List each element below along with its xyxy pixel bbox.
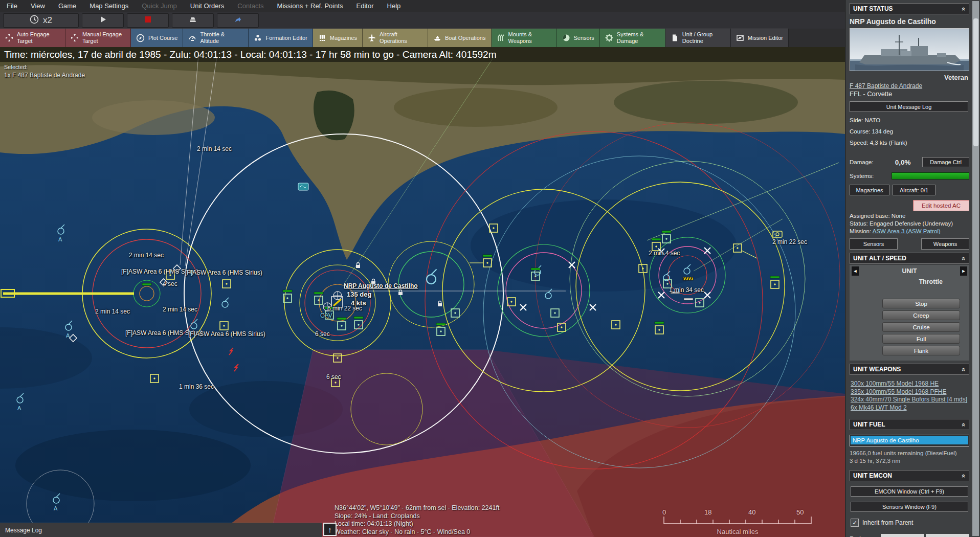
menu-game[interactable]: Game	[52, 0, 83, 12]
time-compression-button[interactable]: x2	[3, 13, 79, 28]
weapon-link[interactable]: 300x 100mm/55 Model 1968 HE	[851, 380, 968, 388]
play-icon	[99, 15, 107, 26]
collapse-chevron-icon[interactable]: «	[960, 7, 968, 10]
boat-operations-button[interactable]: Boat Operations	[428, 29, 492, 47]
edit-hosted-ac-button[interactable]: Edit hosted AC	[913, 200, 969, 211]
unit-group-doctrine-button[interactable]: Unit / Group Doctrine	[665, 29, 731, 47]
menu-editor[interactable]: Editor	[350, 0, 381, 12]
collapse-chevron-icon[interactable]: «	[960, 367, 968, 371]
throttle-creep-button[interactable]: Creep	[882, 310, 960, 320]
unit-status-header[interactable]: UNIT STATUS «	[850, 3, 969, 14]
map-label: 2 min 4 sec	[649, 250, 680, 257]
message-log-label: Message Log	[5, 527, 42, 534]
systems-damage-button[interactable]: Systems & Damage	[600, 29, 665, 47]
map-scale-bar: 0 18 40 50 Nautical miles	[662, 508, 813, 535]
mission-link[interactable]: ASW Area 3 (ASW Patrol)	[873, 228, 941, 234]
weapon-link[interactable]: 335x 100mm/55 Model 1968 PFHE	[851, 388, 968, 396]
unit-fuel-header[interactable]: UNIT FUEL «	[850, 419, 969, 430]
sidebar-scrollbar[interactable]	[972, 1, 979, 536]
side-line: Side: NATO	[850, 117, 969, 123]
magazines-button[interactable]: Magazines	[313, 29, 363, 47]
section-title: UNIT EMCON	[853, 472, 892, 479]
unit-alt-speed-header[interactable]: UNIT ALT / SPEED «	[850, 253, 969, 264]
stop-button[interactable]	[127, 13, 169, 28]
menu-view[interactable]: View	[24, 0, 52, 12]
collapse-chevron-icon[interactable]: «	[960, 256, 968, 260]
fuel-selected-unit[interactable]: NRP Augusto de Castilho	[851, 436, 968, 444]
radar-active-button[interactable]: ACTIVE	[881, 534, 924, 537]
weapons-sidebar-button[interactable]: Weapons	[921, 238, 969, 250]
claws-icon	[497, 34, 505, 42]
weapon-link[interactable]: 6x Mk46 LWT Mod 2	[851, 404, 968, 412]
plot-course-button[interactable]: Plot Course	[131, 29, 183, 47]
scale-tick-label: 0	[662, 508, 666, 516]
sphere-icon	[562, 34, 570, 42]
menu-unit-orders[interactable]: Unit Orders	[184, 0, 231, 12]
map-label: 2 min 14 sec	[163, 306, 197, 313]
unit-photo	[850, 28, 969, 71]
menu-map-settings[interactable]: Map Settings	[83, 0, 135, 12]
health-bar	[337, 318, 346, 320]
cursor-position-line: N36°44'02", W5°10'49" - 62nm from sel - …	[335, 504, 499, 512]
damage-label: Damage:	[850, 159, 874, 165]
menu-missions-ref-points[interactable]: Missions + Ref. Points	[271, 0, 350, 12]
fuel-unit-listbox[interactable]: NRP Augusto de Castilho	[850, 435, 969, 446]
map-view-button[interactable]	[172, 13, 214, 28]
selected-label: Selected:	[4, 64, 85, 70]
scrollbar-thumb[interactable]	[973, 18, 978, 146]
ribbon-label: Systems & Damage	[617, 31, 660, 44]
ribbon-label: Throttle & Altitude	[200, 31, 243, 44]
jump-to-unit-button[interactable]	[217, 13, 259, 28]
manual-engage-target-button[interactable]: Manual Engage Target	[65, 29, 131, 47]
magazines-sidebar-button[interactable]: Magazines	[850, 185, 889, 195]
mission-editor-button[interactable]: Mission Editor	[731, 29, 789, 47]
formation-editor-button[interactable]: Formation Editor	[249, 29, 313, 47]
auto-engage-target-button[interactable]: Auto Engage Target	[0, 29, 65, 47]
time-status-bar: Time: miércoles, 17 de abril de 1985 - Z…	[0, 47, 845, 62]
scale-caption: Nautical miles	[662, 528, 813, 535]
throttle-altitude-button[interactable]: Throttle & Altitude	[183, 29, 249, 47]
datum-symbol[interactable]	[333, 292, 342, 300]
throttle-cruise-button[interactable]: Cruise	[882, 322, 960, 332]
assigned-base-line: Assigned base: None	[850, 213, 969, 219]
installation-icon[interactable]	[298, 183, 308, 190]
prev-unit-button[interactable]: ◄	[852, 266, 859, 276]
depleted-bar	[684, 298, 693, 300]
inherit-checkbox-label: Inherit from Parent	[862, 519, 913, 526]
message-log-bar[interactable]: Message Log	[0, 523, 322, 537]
collapse-chevron-icon[interactable]: «	[960, 474, 968, 477]
selected-unit-label[interactable]: NRP Augusto de Castilho	[344, 282, 418, 289]
menu-file[interactable]: File	[0, 0, 24, 12]
scale-tick-label: 40	[748, 508, 755, 516]
aircraft-operations-button[interactable]: Aircraft Operations	[363, 29, 428, 47]
damage-ctrl-button[interactable]: Damage Ctrl	[922, 157, 969, 167]
unit-type: FFL - Corvette	[850, 90, 969, 98]
radar-passive-button[interactable]: PASSIVE	[926, 534, 969, 537]
unit-message-log-button[interactable]: Unit Message Log	[850, 101, 968, 112]
menu-help[interactable]: Help	[381, 0, 408, 12]
weapon-link[interactable]: 324x 40mm/70 Single Bofors Burst [4 mds]	[851, 396, 968, 404]
aircraft-button[interactable]: Aircraft: 0/1	[893, 185, 936, 195]
bullets-icon	[318, 34, 326, 42]
next-unit-button[interactable]: ►	[960, 266, 967, 276]
collapse-chevron-icon[interactable]: «	[960, 422, 968, 426]
ribbon-label: Formation Editor	[265, 35, 307, 41]
sensors-window-button[interactable]: Sensors Window (F9)	[851, 502, 968, 512]
inherit-from-parent-checkbox[interactable]: ✓	[851, 519, 859, 527]
sensors-sidebar-button[interactable]: Sensors	[850, 238, 898, 250]
expand-message-log-button[interactable]: ↑	[323, 523, 337, 536]
sensors-button[interactable]: Sensors	[557, 29, 600, 47]
throttle-stop-button[interactable]: Stop	[882, 299, 960, 308]
unit-class-link[interactable]: F 487 Baptiste de Andrade	[850, 82, 969, 90]
throttle-flank-button[interactable]: Flank	[882, 346, 960, 355]
selected-value: 1x F 487 Baptiste de Andrade	[4, 72, 85, 79]
selection-readout: Selected: 1x F 487 Baptiste de Andrade	[4, 64, 85, 79]
unit-weapons-header[interactable]: UNIT WEAPONS «	[850, 364, 969, 375]
mounts-weapons-button[interactable]: Mounts & Weapons	[492, 29, 557, 47]
run-button[interactable]	[82, 13, 124, 28]
health-bar	[770, 276, 779, 278]
throttle-full-button[interactable]: Full	[882, 334, 960, 344]
status-line: Status: Engaged Defensive (Underway)	[850, 220, 969, 227]
unit-emcon-header[interactable]: UNIT EMCON «	[850, 470, 969, 481]
emcon-window-button[interactable]: EMCON Window (Ctrl + F9)	[851, 486, 968, 497]
